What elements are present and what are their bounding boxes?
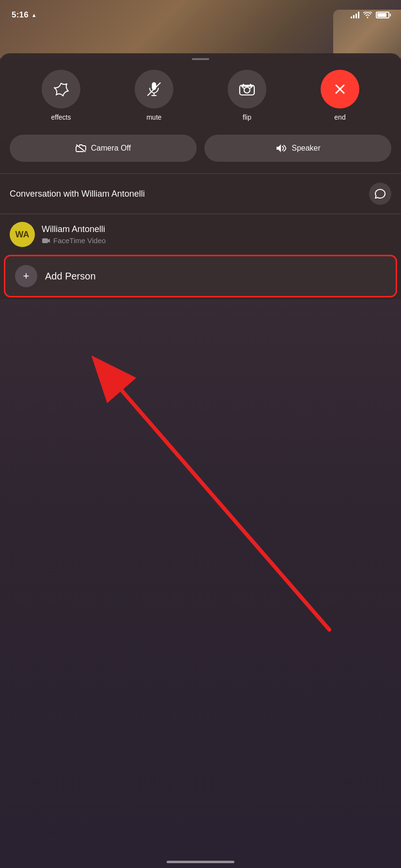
end-call-circle [321, 70, 359, 108]
add-person-circle: + [15, 265, 37, 287]
speaker-icon [275, 143, 287, 153]
bottom-pill-buttons: Camera Off Speaker [0, 135, 401, 162]
flip-label: flip [243, 113, 251, 121]
flip-circle [228, 70, 266, 108]
mute-label: mute [146, 113, 161, 121]
home-indicator [167, 861, 234, 863]
flip-button[interactable]: flip [228, 70, 266, 121]
drag-handle [192, 58, 209, 60]
avatar-initials: WA [15, 230, 30, 240]
contact-name: William Antonelli [42, 224, 106, 234]
conversation-header: Conversation with William Antonelli [0, 174, 401, 214]
camera-off-button[interactable]: Camera Off [10, 135, 197, 162]
conversation-title: Conversation with William Antonelli [10, 189, 145, 199]
status-bar: 5:16 ▲ [0, 0, 401, 24]
effects-circle [42, 70, 80, 108]
contact-subtitle: FaceTime Video [42, 236, 106, 245]
svg-rect-8 [42, 238, 48, 243]
mute-circle [135, 70, 173, 108]
end-call-x-icon [333, 82, 347, 96]
status-time: 5:16 [12, 10, 29, 20]
message-button[interactable] [369, 183, 391, 205]
effects-label: effects [51, 113, 71, 121]
control-panel: effects mute [0, 53, 401, 299]
effects-button[interactable]: effects [42, 70, 80, 121]
mute-button[interactable]: mute [135, 70, 173, 121]
speaker-button[interactable]: Speaker [204, 135, 391, 162]
contact-call-type: FaceTime Video [53, 236, 106, 245]
status-icons [351, 12, 389, 18]
add-person-button[interactable]: + Add Person [4, 255, 397, 297]
end-label: end [334, 113, 345, 121]
mic-muted-icon [147, 81, 161, 97]
svg-point-4 [244, 87, 250, 93]
end-call-button[interactable]: end [321, 70, 359, 121]
camera-off-icon [76, 144, 86, 153]
camera-off-label: Camera Off [91, 144, 131, 153]
add-person-label: Add Person [45, 271, 96, 282]
wifi-icon [363, 12, 372, 18]
message-bubble-icon [375, 188, 386, 199]
contact-info: William Antonelli FaceTime Video [42, 224, 106, 245]
effects-star-icon [53, 81, 69, 97]
battery-icon [376, 12, 389, 18]
contact-avatar: WA [10, 222, 35, 247]
signal-bars-icon [351, 12, 359, 18]
facetime-video-icon [42, 237, 50, 244]
plus-icon: + [23, 271, 30, 281]
flip-camera-icon [239, 82, 255, 96]
speaker-label: Speaker [292, 144, 321, 153]
location-arrow-icon: ▲ [31, 12, 37, 18]
call-controls-row: effects mute [0, 70, 401, 121]
contact-item: WA William Antonelli FaceTime Video [0, 214, 401, 255]
